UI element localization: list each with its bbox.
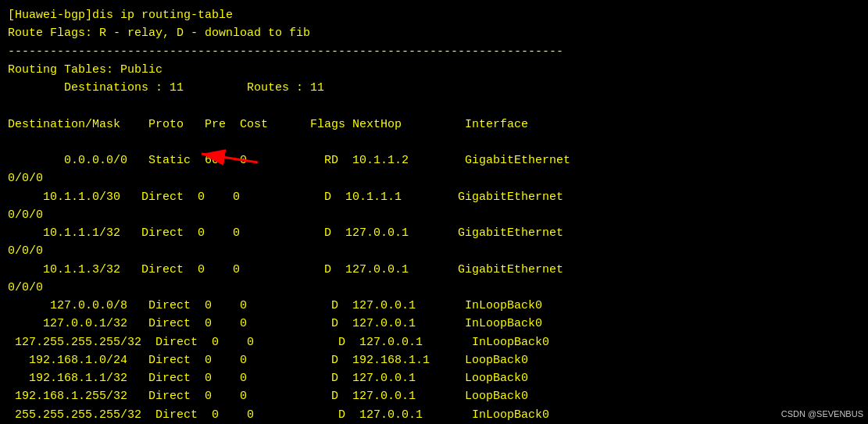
route-8: 192.168.1.0/24 Direct 0 0 D 192.168.1.1 … [8,351,860,369]
route-1b: 0/0/0 [8,169,860,187]
route-10: 192.168.1.255/32 Direct 0 0 D 127.0.0.1 … [8,387,860,405]
route-1a: 0.0.0.0/0 Static 60 0 RD 10.1.1.2 Gigabi… [8,151,860,169]
watermark: CSDN @SEVENBUS [781,408,863,421]
route-6: 127.0.0.1/32 Direct 0 0 D 127.0.0.1 InLo… [8,315,860,333]
route-3a: 10.1.1.1/32 Direct 0 0 D 127.0.0.1 Gigab… [8,224,860,242]
route-2a: 10.1.1.0/30 Direct 0 0 D 10.1.1.1 Gigabi… [8,188,860,206]
cmd-line: [Huawei-bgp]dis ip routing-table [8,6,860,24]
flags-line: Route Flags: R - relay, D - download to … [8,24,860,42]
blank-line-2 [8,134,860,151]
separator-line: ----------------------------------------… [8,43,860,61]
route-4a: 10.1.1.3/32 Direct 0 0 D 127.0.0.1 Gigab… [8,261,860,279]
route-9: 192.168.1.1/32 Direct 0 0 D 127.0.0.1 Lo… [8,369,860,387]
route-5: 127.0.0.0/8 Direct 0 0 D 127.0.0.1 InLoo… [8,297,860,315]
rt-counts-line: Destinations : 11 Routes : 11 [8,79,860,97]
terminal-window: [Huawei-bgp]dis ip routing-table Route F… [0,0,868,424]
blank-line-1 [8,97,860,115]
route-2b: 0/0/0 [8,206,860,224]
route-11: 255.255.255.255/32 Direct 0 0 D 127.0.0.… [8,406,860,424]
route-3b: 0/0/0 [8,242,860,260]
rt-header-line: Routing Tables: Public [8,61,860,79]
route-7: 127.255.255.255/32 Direct 0 0 D 127.0.0.… [8,333,860,351]
col-header-line: Destination/Mask Proto Pre Cost Flags Ne… [8,116,860,134]
route-4b: 0/0/0 [8,279,860,297]
